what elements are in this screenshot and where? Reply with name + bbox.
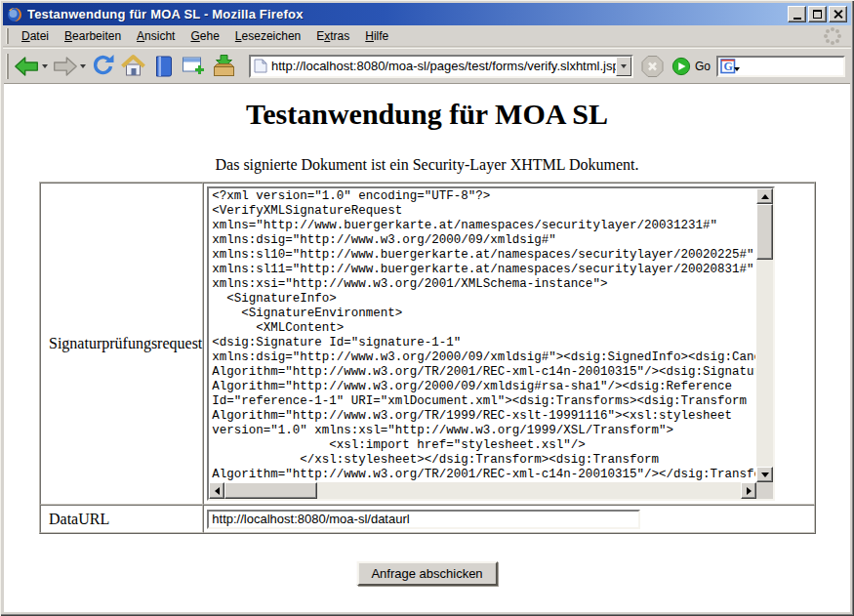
browser-window: Testanwendung für MOA SL - Mozilla Firef…: [0, 0, 854, 616]
menu-ansicht[interactable]: Ansicht: [129, 26, 183, 46]
titlebar[interactable]: Testanwendung für MOA SL - Mozilla Firef…: [3, 3, 851, 25]
menu-bearbeiten[interactable]: Bearbeiten: [57, 26, 129, 46]
menu-extras[interactable]: Extras: [308, 26, 357, 46]
search-box[interactable]: G: [716, 56, 845, 77]
navigation-toolbar: Go G: [3, 48, 851, 83]
package-download-icon: [211, 54, 237, 79]
firefox-icon: [7, 7, 22, 22]
stop-button[interactable]: [639, 54, 666, 79]
vertical-scroll-thumb[interactable]: [756, 204, 773, 260]
home-icon: [120, 54, 146, 79]
menu-datei[interactable]: Datei: [14, 26, 57, 46]
request-xml-textarea[interactable]: <?xml version="1.0" encoding="UTF-8"?> <…: [207, 186, 775, 501]
forward-icon: [52, 54, 78, 79]
request-field-cell: <?xml version="1.0" encoding="UTF-8"?> <…: [203, 183, 815, 505]
maximize-icon: [813, 10, 822, 19]
bookmarks-icon: [150, 54, 177, 79]
minimize-icon: [793, 18, 801, 20]
page-favicon-icon: [254, 59, 267, 73]
dataurl-input[interactable]: [207, 510, 640, 529]
forward-button[interactable]: [52, 54, 86, 79]
horizontal-scrollbar[interactable]: [209, 482, 756, 499]
menu-gehe[interactable]: Gehe: [183, 26, 226, 46]
home-button[interactable]: [120, 54, 146, 79]
back-button[interactable]: [14, 54, 48, 79]
new-window-icon: [181, 54, 207, 79]
go-label: Go: [695, 60, 711, 73]
scroll-left-button[interactable]: [209, 482, 224, 499]
page-subtitle: Das signierte Dokument ist ein Security-…: [4, 156, 850, 174]
close-button[interactable]: [829, 6, 847, 22]
scroll-up-button[interactable]: [756, 188, 773, 204]
dataurl-field-cell: [203, 505, 815, 533]
page-content: Testanwendung für MOA SL Das signierte D…: [4, 83, 850, 612]
submit-request-button[interactable]: Anfrage abschicken: [356, 561, 497, 586]
toolbar-grippy[interactable]: [6, 54, 9, 79]
scroll-right-button[interactable]: [741, 482, 756, 499]
window-title: Testanwendung für MOA SL - Mozilla Firef…: [27, 7, 782, 21]
go-button[interactable]: Go: [671, 57, 711, 76]
back-dropdown-icon[interactable]: [42, 64, 48, 68]
minimize-button[interactable]: [788, 6, 806, 22]
new-window-button[interactable]: [181, 54, 207, 79]
menu-bar: Datei Bearbeiten Ansicht Gehe Lesezeiche…: [3, 25, 851, 47]
svg-text:G: G: [723, 60, 732, 73]
scrollbar-corner: [756, 482, 773, 499]
go-icon: [671, 57, 691, 76]
close-icon: [834, 10, 842, 19]
url-bar[interactable]: [249, 55, 633, 78]
verify-form-table: Signaturprüfungsrequest <?xml version="1…: [39, 182, 816, 534]
arrow-left-icon: [215, 487, 220, 495]
throbber-icon: [822, 25, 843, 47]
back-icon: [14, 54, 40, 79]
stop-icon: [639, 54, 666, 79]
google-icon: G: [720, 59, 736, 74]
downloads-button[interactable]: [211, 54, 237, 79]
horizontal-scroll-thumb[interactable]: [224, 482, 317, 499]
vertical-scrollbar[interactable]: [756, 188, 773, 482]
arrow-up-icon: [761, 194, 769, 199]
menu-lesezeichen[interactable]: Lesezeichen: [227, 26, 308, 46]
forward-dropdown-icon[interactable]: [80, 64, 86, 68]
url-dropdown-button[interactable]: [616, 57, 631, 76]
table-row-request: Signaturprüfungsrequest <?xml version="1…: [40, 183, 815, 505]
arrow-right-icon: [747, 487, 752, 495]
table-row-dataurl: DataURL: [40, 505, 815, 533]
maximize-button[interactable]: [808, 6, 827, 22]
chevron-down-icon: [621, 64, 627, 68]
reload-button[interactable]: [90, 54, 116, 79]
search-input[interactable]: [740, 60, 854, 73]
page-title: Testanwendung für MOA SL: [4, 98, 850, 131]
toolbar-grippy[interactable]: [6, 28, 9, 44]
request-xml-content[interactable]: <?xml version="1.0" encoding="UTF-8"?> <…: [212, 189, 755, 481]
request-label: Signaturprüfungsrequest: [40, 183, 203, 505]
scroll-down-button[interactable]: [756, 467, 773, 482]
url-input[interactable]: [271, 58, 616, 75]
menu-hilfe[interactable]: Hilfe: [357, 26, 396, 46]
arrow-down-icon: [761, 472, 769, 477]
reload-icon: [90, 54, 116, 79]
dataurl-label: DataURL: [40, 505, 203, 533]
bookmarks-button[interactable]: [150, 54, 177, 79]
